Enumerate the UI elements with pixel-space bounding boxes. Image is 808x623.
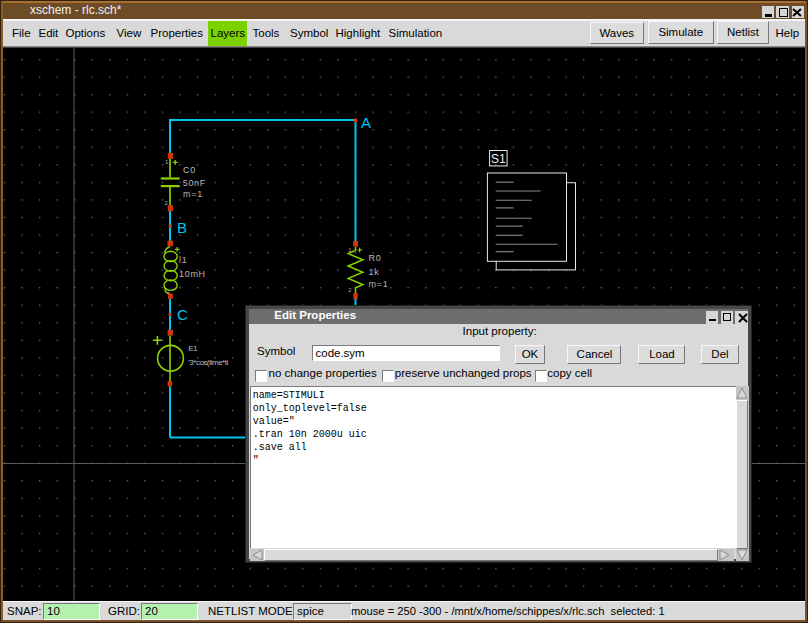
svg-text:A: A — [361, 114, 371, 131]
svg-text:50nF: 50nF — [183, 178, 206, 188]
svg-text:C0: C0 — [183, 165, 196, 175]
svg-text:E1: E1 — [188, 344, 198, 353]
svg-text:B: B — [177, 219, 187, 236]
svg-text:m=1: m=1 — [183, 189, 203, 199]
svg-text:R0: R0 — [369, 253, 382, 263]
svg-text:'3*cos(time*ti: '3*cos(time*ti — [188, 358, 228, 367]
svg-text:C: C — [177, 306, 188, 323]
svg-text:S1: S1 — [491, 152, 506, 166]
svg-text:10mH: 10mH — [179, 269, 206, 279]
svg-text:m=1: m=1 — [369, 279, 389, 289]
svg-text:l1: l1 — [179, 255, 187, 265]
svg-text:1k: 1k — [369, 267, 380, 277]
